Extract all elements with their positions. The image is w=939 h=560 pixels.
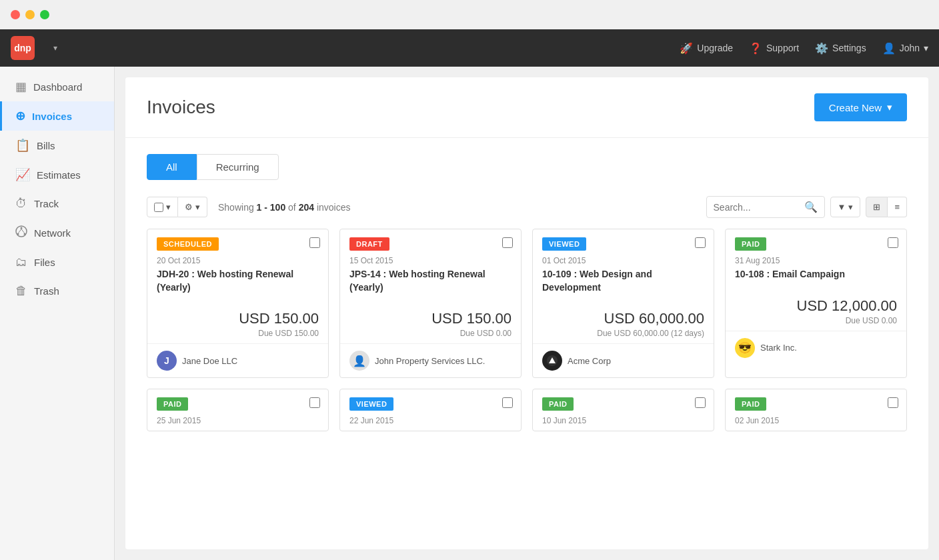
search-input[interactable] bbox=[714, 202, 800, 213]
card-header: VIEWED 01 Oct 2015 10-109 : Web Design a… bbox=[533, 229, 714, 299]
select-checkbox-button[interactable]: ▾ bbox=[147, 197, 178, 217]
card-checkbox[interactable] bbox=[502, 237, 513, 248]
card-checkbox[interactable] bbox=[695, 397, 706, 408]
status-badge: PAID bbox=[157, 397, 188, 411]
card-checkbox[interactable] bbox=[309, 397, 320, 408]
card-checkbox[interactable] bbox=[888, 237, 898, 248]
card-date: 10 Jun 2015 bbox=[542, 416, 704, 425]
client-name: Stark Inc. bbox=[760, 343, 797, 353]
card-checkbox[interactable] bbox=[309, 237, 320, 248]
sidebar: ▦ Dashboard ⊕ Invoices 📋 Bills 📈 Estimat… bbox=[0, 67, 115, 560]
content-area: Invoices Create New ▾ All Recurring ▾ bbox=[115, 67, 939, 560]
invoice-grid: SCHEDULED 20 Oct 2015 JDH-20 : Web hosti… bbox=[125, 229, 928, 453]
card-header: PAID 25 Jun 2015 bbox=[147, 389, 328, 431]
maximize-button[interactable] bbox=[40, 10, 49, 19]
sidebar-item-network[interactable]: Network bbox=[0, 218, 114, 248]
card-header: SCHEDULED 20 Oct 2015 JDH-20 : Web hosti… bbox=[147, 229, 328, 299]
gear-icon: ⚙️ bbox=[815, 42, 828, 55]
tabs-bar: All Recurring bbox=[125, 138, 928, 191]
track-icon: ⏱ bbox=[15, 197, 27, 211]
card-amount-area: USD 150.00 Due USD 0.00 bbox=[340, 299, 521, 343]
invoice-card[interactable]: PAID 10 Jun 2015 bbox=[532, 389, 714, 431]
card-title: 10-109 : Web Design and Development bbox=[542, 268, 704, 294]
invoice-card[interactable]: PAID 02 Jun 2015 bbox=[725, 389, 907, 431]
actions-chevron-icon: ▾ bbox=[195, 202, 200, 212]
tab-all[interactable]: All bbox=[147, 154, 197, 180]
grid-view-button[interactable]: ⊞ bbox=[866, 197, 888, 217]
invoice-card[interactable]: VIEWED 22 Jun 2015 bbox=[339, 389, 522, 431]
card-title: JPS-14 : Web hosting Renewal (Yearly) bbox=[349, 268, 512, 294]
bills-icon: 📋 bbox=[15, 138, 30, 153]
create-new-button[interactable]: Create New ▾ bbox=[814, 93, 907, 121]
card-checkbox[interactable] bbox=[888, 397, 898, 408]
settings-button[interactable]: ⚙️ Settings bbox=[815, 42, 866, 55]
gear-actions-icon: ⚙ bbox=[185, 202, 193, 212]
list-view-button[interactable]: ≡ bbox=[888, 197, 907, 217]
sidebar-item-dashboard[interactable]: ▦ Dashboard bbox=[0, 72, 114, 101]
tab-recurring[interactable]: Recurring bbox=[197, 154, 279, 180]
card-amount: USD 150.00 bbox=[157, 310, 319, 327]
card-title: 10-108 : Email Campaign bbox=[735, 268, 897, 281]
card-header: VIEWED 22 Jun 2015 bbox=[340, 389, 521, 431]
client-avatar bbox=[542, 351, 562, 371]
card-checkbox[interactable] bbox=[695, 237, 706, 248]
invoice-card[interactable]: DRAFT 15 Oct 2015 JPS-14 : Web hosting R… bbox=[339, 229, 522, 378]
filter-icon: ▼ bbox=[838, 202, 846, 212]
card-header: PAID 10 Jun 2015 bbox=[533, 389, 714, 431]
status-badge: PAID bbox=[735, 237, 766, 251]
card-amount-area: USD 150.00 Due USD 150.00 bbox=[147, 299, 328, 343]
main-layout: ▦ Dashboard ⊕ Invoices 📋 Bills 📈 Estimat… bbox=[0, 67, 939, 560]
network-icon bbox=[15, 225, 27, 241]
card-due: Due USD 0.00 bbox=[735, 316, 897, 325]
filter-chevron-icon: ▾ bbox=[848, 202, 853, 212]
card-date: 31 Aug 2015 bbox=[735, 256, 897, 265]
status-badge: DRAFT bbox=[349, 237, 389, 251]
user-menu[interactable]: 👤 John ▾ bbox=[882, 42, 928, 55]
bulk-checkbox[interactable] bbox=[154, 203, 163, 212]
card-date: 02 Jun 2015 bbox=[735, 416, 897, 425]
sidebar-item-track[interactable]: ⏱ Track bbox=[0, 189, 114, 218]
search-box[interactable]: 🔍 bbox=[706, 196, 825, 218]
page-header: Invoices Create New ▾ bbox=[125, 77, 928, 138]
sidebar-item-bills[interactable]: 📋 Bills bbox=[0, 131, 114, 160]
svg-line-5 bbox=[21, 229, 25, 233]
sidebar-item-estimates[interactable]: 📈 Estimates bbox=[0, 160, 114, 189]
sidebar-item-invoices[interactable]: ⊕ Invoices bbox=[0, 101, 114, 131]
card-client: J Jane Doe LLC bbox=[147, 343, 328, 377]
client-name: Acme Corp bbox=[568, 356, 611, 366]
client-avatar: 😎 bbox=[735, 338, 755, 358]
sidebar-item-files[interactable]: 🗂 Files bbox=[0, 248, 114, 277]
card-checkbox[interactable] bbox=[502, 397, 513, 408]
status-badge: SCHEDULED bbox=[157, 237, 219, 251]
bulk-actions-button[interactable]: ⚙ ▾ bbox=[178, 197, 207, 217]
client-avatar: 👤 bbox=[349, 351, 369, 371]
list-icon: ≡ bbox=[894, 202, 900, 212]
help-icon: ❓ bbox=[749, 42, 762, 55]
logo[interactable]: dnp bbox=[11, 36, 35, 60]
card-amount: USD 60,000.00 bbox=[542, 310, 704, 327]
card-amount: USD 150.00 bbox=[349, 310, 512, 327]
filter-button[interactable]: ▼ ▾ bbox=[830, 197, 861, 217]
card-date: 20 Oct 2015 bbox=[157, 256, 319, 265]
invoice-card[interactable]: PAID 31 Aug 2015 10-108 : Email Campaign… bbox=[725, 229, 907, 378]
client-name: John Property Services LLC. bbox=[375, 356, 485, 366]
card-amount: USD 12,000.00 bbox=[735, 297, 897, 315]
close-button[interactable] bbox=[11, 10, 20, 19]
view-toggle: ⊞ ≡ bbox=[866, 197, 907, 217]
select-chevron-icon: ▾ bbox=[166, 202, 171, 212]
content-inner: Invoices Create New ▾ All Recurring ▾ bbox=[125, 77, 928, 549]
invoice-card[interactable]: PAID 25 Jun 2015 bbox=[147, 389, 329, 431]
invoices-icon: ⊕ bbox=[15, 109, 25, 123]
create-new-chevron-icon: ▾ bbox=[887, 101, 892, 113]
invoice-card[interactable]: SCHEDULED 20 Oct 2015 JDH-20 : Web hosti… bbox=[147, 229, 329, 378]
status-badge: VIEWED bbox=[349, 397, 393, 411]
svg-point-1 bbox=[21, 227, 23, 229]
titlebar bbox=[0, 0, 939, 29]
sidebar-item-trash[interactable]: 🗑 Trash bbox=[0, 277, 114, 305]
card-date: 22 Jun 2015 bbox=[349, 416, 512, 425]
upgrade-button[interactable]: 🚀 Upgrade bbox=[680, 42, 733, 55]
status-badge: VIEWED bbox=[542, 237, 586, 251]
support-button[interactable]: ❓ Support bbox=[749, 42, 799, 55]
minimize-button[interactable] bbox=[25, 10, 35, 19]
invoice-card[interactable]: VIEWED 01 Oct 2015 10-109 : Web Design a… bbox=[532, 229, 714, 378]
